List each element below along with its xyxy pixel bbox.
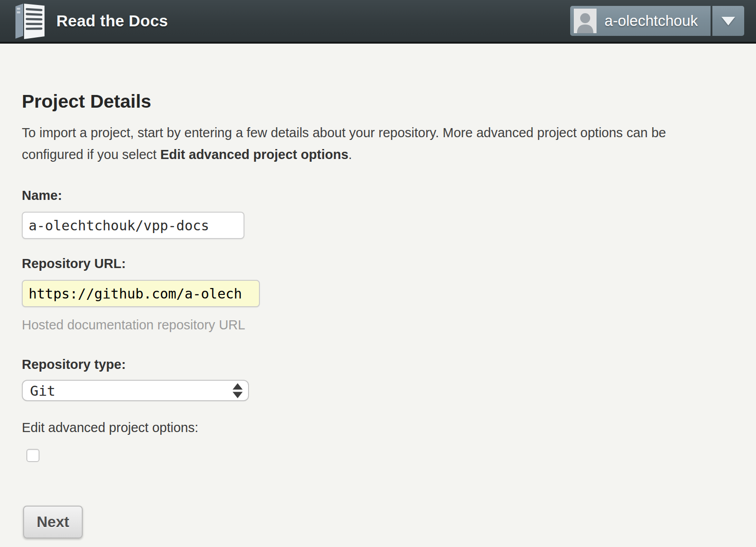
- repository-type-select[interactable]: Git: [22, 380, 249, 401]
- read-the-docs-brand[interactable]: Read the Docs: [13, 2, 168, 40]
- user-dropdown-button[interactable]: [712, 6, 744, 36]
- intro-bold-phrase: Edit advanced project options: [160, 147, 348, 162]
- intro-line-2-prefix: configured if you select: [22, 147, 160, 162]
- intro-line-2: configured if you select Edit advanced p…: [22, 144, 734, 165]
- top-navbar: Read the Docs a-olechtchouk: [0, 0, 756, 44]
- repository-type-label: Repository type:: [22, 357, 734, 372]
- intro-text: To import a project, start by entering a…: [22, 122, 734, 165]
- repository-type-value: Git: [30, 383, 55, 399]
- user-menu: a-olechtchouk: [570, 6, 744, 36]
- intro-line-2-suffix: .: [348, 147, 352, 162]
- select-spinner-icon: [233, 383, 243, 398]
- brand-title: Read the Docs: [56, 12, 168, 30]
- intro-line-1: To import a project, start by entering a…: [22, 122, 734, 144]
- repository-url-label: Repository URL:: [22, 256, 734, 271]
- repository-url-help: Hosted documentation repository URL: [22, 318, 734, 333]
- next-button[interactable]: Next: [23, 506, 83, 538]
- arrow-down-icon: [233, 392, 243, 398]
- arrow-up-icon: [233, 383, 243, 389]
- name-label: Name:: [22, 188, 734, 203]
- username-label: a-olechtchouk: [605, 12, 698, 30]
- user-menu-button[interactable]: a-olechtchouk: [570, 6, 711, 36]
- page-title: Project Details: [22, 91, 734, 112]
- name-input[interactable]: [22, 212, 244, 239]
- advanced-options-label: Edit advanced project options:: [22, 420, 734, 435]
- chevron-down-icon: [721, 17, 735, 25]
- advanced-options-checkbox[interactable]: [26, 449, 40, 462]
- book-icon: [13, 2, 47, 40]
- repository-url-input[interactable]: [22, 280, 260, 307]
- import-project-form: Project Details To import a project, sta…: [0, 91, 756, 538]
- avatar: [574, 9, 597, 33]
